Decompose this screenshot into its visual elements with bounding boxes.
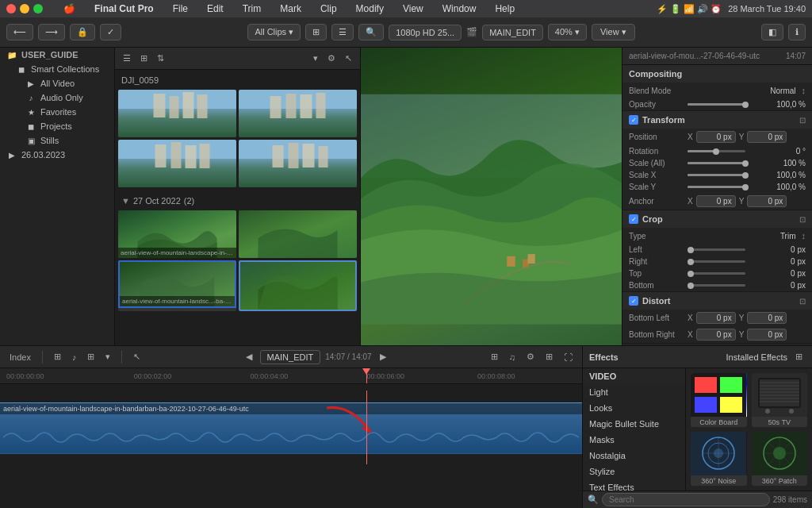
check-button[interactable]: ✓ xyxy=(100,24,121,40)
crop-top-thumb[interactable] xyxy=(688,271,694,277)
sidebar-audio-only[interactable]: ♪ Audio Only xyxy=(0,90,114,105)
position-y-input[interactable] xyxy=(747,131,787,143)
scale-y-thumb[interactable] xyxy=(742,184,749,190)
transform-icon[interactable]: ⊡ xyxy=(799,116,806,125)
sidebar-all-video[interactable]: ▶ All Video xyxy=(0,76,114,90)
scale-all-thumb[interactable] xyxy=(742,160,749,167)
crop-bottom-thumb[interactable] xyxy=(688,283,694,289)
distort-bl-x-input[interactable] xyxy=(696,312,736,324)
timeline-audio-meters[interactable]: ♫ xyxy=(506,351,519,364)
menu-trim[interactable]: Trim xyxy=(238,3,266,14)
clip-thumb-1[interactable] xyxy=(118,90,236,137)
crop-left-slider[interactable] xyxy=(688,248,745,251)
rotation-slider[interactable] xyxy=(688,150,745,152)
scale-x-thumb[interactable] xyxy=(742,172,749,179)
browser-options-btn[interactable]: ▾ xyxy=(310,52,321,65)
clip-thumb-aerial-4-selected[interactable] xyxy=(239,260,357,311)
menu-modify[interactable]: Modify xyxy=(351,3,389,14)
undo-button[interactable]: ⟵ xyxy=(6,24,33,40)
timeline-tools-btn[interactable]: ⊞ xyxy=(542,350,556,364)
effect-360-patch[interactable]: 360° Patch xyxy=(752,432,808,486)
all-clips-dropdown[interactable]: All Clips ▾ xyxy=(247,24,301,40)
transform-checkbox[interactable]: ✓ xyxy=(629,115,638,125)
timeline-options-btn[interactable]: ▾ xyxy=(102,350,113,364)
blend-mode-arrow[interactable]: ↕ xyxy=(802,86,806,95)
resolution-selector[interactable]: 1080p HD 25... xyxy=(389,25,462,40)
sequence-name[interactable]: MAIN_EDIT xyxy=(260,350,321,364)
timeline-expand-btn[interactable]: ⛶ xyxy=(561,351,576,364)
menu-edit[interactable]: Edit xyxy=(202,3,228,14)
timeline-clip-btn[interactable]: ⊞ xyxy=(51,350,64,364)
minimize-button[interactable] xyxy=(20,4,29,13)
distort-bl-y-input[interactable] xyxy=(747,312,787,324)
effects-item-nostalgia[interactable]: Nostalgia xyxy=(583,448,685,464)
sidebar-smart-collections[interactable]: ◼ Smart Collections xyxy=(0,62,114,76)
effect-360-noise[interactable]: 360° Noise Reduction xyxy=(691,432,747,486)
menu-file[interactable]: File xyxy=(168,3,193,14)
timeline-sort-btn[interactable]: ⊞ xyxy=(84,350,98,364)
zoom-selector[interactable]: 40% ▾ xyxy=(548,24,587,40)
distort-header[interactable]: ✓ Distort ⊡ xyxy=(622,292,812,310)
effects-item-looks[interactable]: Looks xyxy=(583,400,685,416)
timeline-settings[interactable]: ⚙ xyxy=(523,350,538,364)
anchor-y-input[interactable] xyxy=(747,195,787,207)
sidebar-stills[interactable]: ▣ Stills xyxy=(0,133,114,148)
opacity-slider[interactable] xyxy=(688,103,745,106)
effects-item-stylize[interactable]: Stylize xyxy=(583,464,685,479)
info-button[interactable]: ℹ xyxy=(788,24,806,40)
menu-help[interactable]: Help xyxy=(490,3,519,14)
crop-icon[interactable]: ⊡ xyxy=(799,215,806,224)
crop-type-arrow[interactable]: ↕ xyxy=(802,231,806,241)
effects-item-text[interactable]: Text Effects xyxy=(583,479,685,491)
compositing-header[interactable]: Compositing xyxy=(622,65,812,83)
clip-thumb-aerial-2[interactable] xyxy=(239,210,357,258)
effects-item-magic[interactable]: Magic Bullet Suite xyxy=(583,416,685,432)
clip-thumb-2[interactable] xyxy=(239,90,357,137)
effects-search-input[interactable] xyxy=(602,493,770,506)
timeline-prev-btn[interactable]: ◀ xyxy=(243,350,255,364)
effect-50s-tv[interactable]: 50s TV xyxy=(752,373,808,427)
scale-y-slider[interactable] xyxy=(688,186,745,188)
sidebar-projects[interactable]: ◼ Projects xyxy=(0,119,114,133)
scale-x-slider[interactable] xyxy=(688,174,745,176)
timeline-pointer-btn[interactable]: ↖ xyxy=(130,350,144,364)
distort-br-y-input[interactable] xyxy=(747,329,787,341)
browser-pointer-btn[interactable]: ↖ xyxy=(342,52,355,65)
apple-menu[interactable]: 🍎 xyxy=(59,3,80,14)
app-name[interactable]: Final Cut Pro xyxy=(90,3,159,14)
view-dropdown[interactable]: View ▾ xyxy=(592,24,635,40)
effects-item-masks[interactable]: Masks xyxy=(583,432,685,448)
menu-window[interactable]: Window xyxy=(438,3,481,14)
search-button[interactable]: 🔍 xyxy=(358,24,384,40)
effects-category-video[interactable]: VIDEO xyxy=(583,368,685,384)
clip-thumb-4[interactable] xyxy=(239,140,357,187)
crop-header[interactable]: ✓ Crop ⊡ xyxy=(622,210,812,228)
clip-thumb-aerial-3[interactable]: aerial-view-of-mountain-landsc...-ba-202… xyxy=(118,260,236,311)
effect-color-board[interactable]: Color Board xyxy=(691,373,747,427)
maximize-button[interactable] xyxy=(33,4,43,13)
crop-bottom-slider[interactable] xyxy=(688,284,745,287)
crop-left-thumb[interactable] xyxy=(688,247,694,253)
menu-clip[interactable]: Clip xyxy=(316,3,342,14)
lock-button[interactable]: 🔒 xyxy=(70,24,95,40)
sidebar-user-guide[interactable]: 📁 USER_GUIDE xyxy=(0,48,114,62)
effects-item-light[interactable]: Light xyxy=(583,384,685,400)
crop-right-thumb[interactable] xyxy=(688,259,694,265)
distort-br-x-input[interactable] xyxy=(696,329,736,341)
timeline-index-tab[interactable]: Index xyxy=(6,351,34,364)
grid-view-button[interactable]: ⊞ xyxy=(305,24,327,40)
opacity-thumb[interactable] xyxy=(742,102,749,108)
list-view-button[interactable]: ☰ xyxy=(331,24,354,40)
sidebar-date-folder[interactable]: ▶ 26.03.2023 xyxy=(0,148,114,162)
sequence-selector[interactable]: MAIN_EDIT xyxy=(482,25,543,40)
anchor-x-input[interactable] xyxy=(696,195,736,207)
timeline-zoom-in[interactable]: ⊞ xyxy=(488,350,501,364)
distort-checkbox[interactable]: ✓ xyxy=(629,296,638,306)
timeline-clip[interactable]: aerial-view-of-mountain-landscape-in-ban… xyxy=(0,402,582,454)
timeline-audio-btn[interactable]: ♪ xyxy=(69,351,80,364)
browser-grid-btn[interactable]: ⊞ xyxy=(137,52,151,65)
close-button[interactable] xyxy=(6,4,16,13)
browser-sort-btn[interactable]: ⇅ xyxy=(154,52,167,65)
position-x-input[interactable] xyxy=(696,131,736,143)
menu-mark[interactable]: Mark xyxy=(275,3,306,14)
